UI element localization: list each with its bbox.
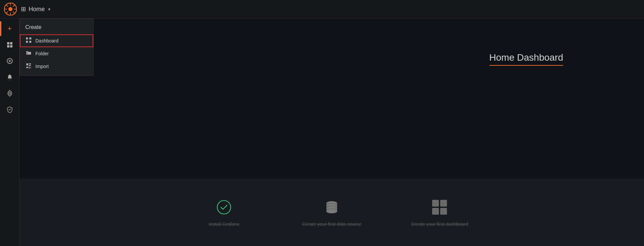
sidebar: +	[0, 19, 20, 246]
grid-icon: ⊞	[21, 5, 26, 13]
svg-point-33	[217, 201, 231, 214]
folder-label: Folder	[35, 51, 49, 56]
check-circle-icon	[216, 199, 232, 215]
step-create-datasource[interactable]: Create your first data source	[278, 198, 386, 227]
sidebar-item-shield[interactable]	[0, 102, 19, 117]
svg-rect-25	[29, 37, 31, 39]
create-dashboard-item[interactable]: Dashboard	[20, 34, 93, 47]
grid-cell-3	[432, 208, 439, 215]
create-folder-item[interactable]: Folder	[20, 47, 93, 60]
chevron-down-icon: ▾	[48, 7, 51, 12]
svg-rect-26	[26, 41, 28, 43]
svg-line-7	[13, 12, 15, 13]
svg-point-15	[9, 60, 10, 62]
install-grafana-label: Install Grafana	[208, 221, 239, 227]
svg-point-1	[8, 7, 12, 11]
sidebar-item-explore[interactable]	[0, 54, 19, 68]
svg-rect-31	[29, 63, 31, 64]
sidebar-item-add[interactable]: +	[0, 21, 19, 36]
getting-started-section: Install Grafana Create your first data	[20, 179, 644, 246]
step-install-grafana[interactable]: Install Grafana	[170, 198, 278, 227]
svg-rect-11	[10, 42, 12, 44]
create-import-item[interactable]: Import	[20, 60, 93, 73]
svg-line-22	[11, 59, 11, 60]
dashboard-icon	[25, 37, 32, 44]
create-dashboard-label: Create your first dashboard	[411, 221, 468, 227]
install-grafana-icon-container	[215, 198, 233, 217]
grafana-logo	[4, 3, 17, 16]
dashboard-grid-icon	[432, 200, 447, 215]
step-create-dashboard[interactable]: Create your first dashboard	[386, 198, 493, 227]
svg-rect-24	[26, 37, 28, 39]
svg-rect-13	[10, 45, 12, 48]
sidebar-item-alerting[interactable]	[0, 70, 19, 85]
dashboard-step-icon-container	[430, 198, 449, 217]
svg-line-8	[13, 5, 15, 6]
svg-line-20	[8, 59, 8, 60]
svg-rect-12	[7, 45, 9, 48]
topbar-title: Home	[29, 6, 45, 13]
grid-cell-1	[432, 200, 439, 207]
sidebar-item-dashboards[interactable]	[0, 37, 19, 52]
database-icon	[324, 199, 340, 215]
svg-rect-10	[7, 42, 9, 44]
svg-rect-32	[29, 65, 31, 66]
topbar: ⊞ Home ▾	[0, 0, 644, 19]
grid-cell-4	[440, 208, 447, 215]
svg-line-9	[6, 12, 8, 13]
home-dashboard-header: Home Dashboard	[489, 52, 563, 66]
datasource-icon-container	[322, 198, 341, 217]
svg-rect-27	[29, 41, 31, 43]
import-label: Import	[35, 64, 49, 69]
grid-cell-2	[440, 200, 447, 207]
svg-rect-28	[27, 53, 28, 54]
create-panel-header: Create	[20, 22, 93, 34]
svg-rect-30	[26, 63, 28, 65]
content-area: Home Dashboard Install Grafana	[20, 19, 644, 246]
home-dashboard-title: Home Dashboard	[489, 52, 563, 63]
svg-line-23	[8, 62, 8, 63]
main-layout: +	[0, 19, 644, 246]
svg-point-37	[326, 209, 337, 213]
home-dashboard-underline	[489, 65, 563, 66]
dashboard-label: Dashboard	[35, 38, 59, 43]
import-icon	[25, 63, 32, 70]
folder-icon	[25, 50, 32, 57]
create-datasource-label: Create your first data source	[302, 221, 362, 227]
create-panel: Create Dashboard Folder	[20, 19, 94, 76]
svg-line-6	[6, 5, 8, 6]
svg-line-21	[11, 62, 11, 63]
topbar-home-link[interactable]: ⊞ Home ▾	[21, 5, 51, 13]
svg-rect-29	[27, 54, 28, 54]
sidebar-item-config[interactable]	[0, 86, 19, 101]
